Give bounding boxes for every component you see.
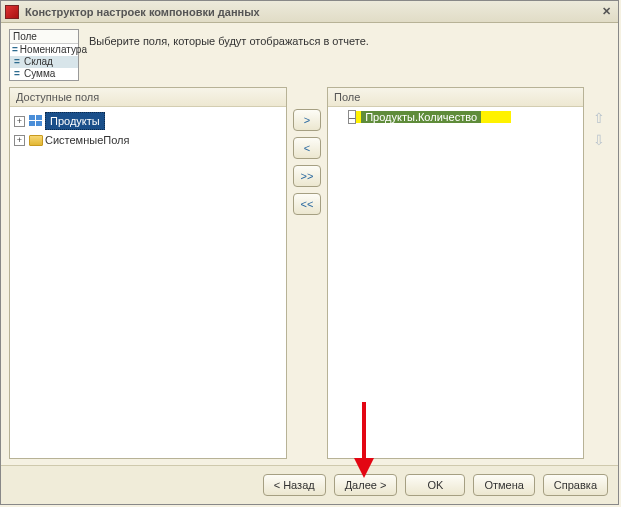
field-preview-row: =Номенклатура (10, 44, 78, 56)
field-preview-row: =Сумма (10, 68, 78, 80)
app-icon (5, 5, 19, 19)
selected-fields-header: Поле (328, 88, 583, 107)
add-all-button[interactable]: >> (293, 165, 321, 187)
tree-item-system-fields[interactable]: + СистемныеПоля (12, 131, 284, 149)
move-down-button[interactable]: ⇩ (590, 131, 608, 149)
move-up-button[interactable]: ⇧ (590, 109, 608, 127)
remove-all-button[interactable]: << (293, 193, 321, 215)
transfer-buttons: > < >> << (293, 87, 321, 459)
available-fields-panel: Доступные поля + Продукты + СистемныеПол… (9, 87, 287, 459)
equals-icon: = (12, 44, 18, 56)
selected-item-label: Продукты.Количество (361, 111, 481, 123)
field-preview-header: Поле (10, 30, 78, 44)
selected-fields-body[interactable]: – Продукты.Количество (328, 107, 583, 458)
help-button[interactable]: Справка (543, 474, 608, 496)
titlebar: Конструктор настроек компоновки данных ✕ (1, 1, 618, 23)
equals-icon: = (12, 56, 22, 68)
highlight-annotation: – Продукты.Количество (348, 111, 511, 123)
available-fields-header: Доступные поля (10, 88, 286, 107)
field-preview-box: Поле =Номенклатура =Склад =Сумма (9, 29, 79, 81)
folder-icon (29, 135, 43, 146)
window-title: Конструктор настроек компоновки данных (25, 6, 592, 18)
tree-item-products[interactable]: + Продукты (12, 111, 284, 131)
footer-buttons: < Назад Далее > OK Отмена Справка (1, 465, 618, 504)
expand-icon[interactable]: + (14, 116, 25, 127)
cancel-button[interactable]: Отмена (473, 474, 534, 496)
back-button[interactable]: < Назад (263, 474, 326, 496)
selected-item-row[interactable]: – Продукты.Количество (330, 111, 581, 123)
ok-button[interactable]: OK (405, 474, 465, 496)
available-fields-body[interactable]: + Продукты + СистемныеПоля (10, 107, 286, 458)
collapse-icon[interactable]: – (348, 110, 356, 124)
add-button[interactable]: > (293, 109, 321, 131)
table-icon (29, 115, 43, 127)
remove-button[interactable]: < (293, 137, 321, 159)
order-buttons: ⇧ ⇩ (590, 87, 610, 459)
tree-item-label: Продукты (45, 112, 105, 130)
tree-item-label: СистемныеПоля (45, 132, 129, 148)
instruction-text: Выберите поля, которые будут отображатьс… (89, 29, 369, 47)
expand-icon[interactable]: + (14, 135, 25, 146)
equals-icon: = (12, 68, 22, 80)
close-icon[interactable]: ✕ (598, 4, 614, 20)
next-button[interactable]: Далее > (334, 474, 398, 496)
field-preview-row: =Склад (10, 56, 78, 68)
selected-fields-panel: Поле – Продукты.Количество (327, 87, 584, 459)
